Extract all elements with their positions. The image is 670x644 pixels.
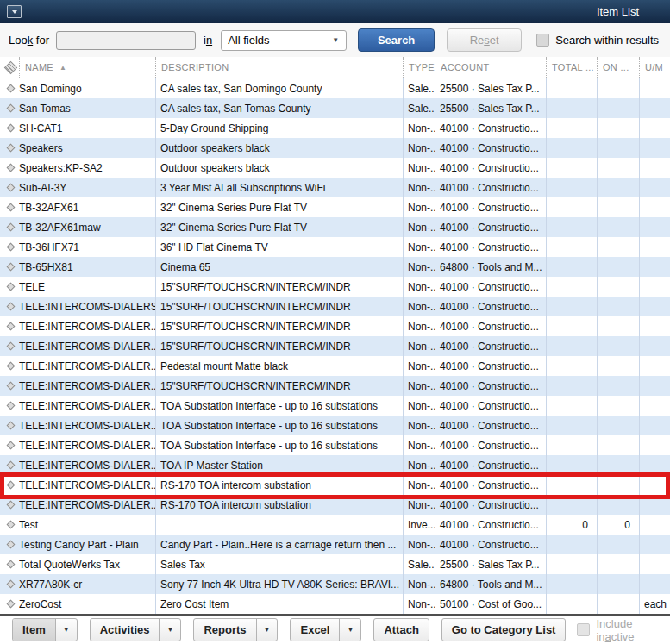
- cell-name-text: Speakers:KP-SA2: [19, 162, 103, 174]
- cell-description: TOA Substation Interface - up to 16 subs…: [155, 396, 403, 416]
- activities-button[interactable]: Activities▼: [90, 618, 182, 641]
- table-row[interactable]: San DomingoCA sales tax, San Domingo Cou…: [0, 78, 670, 98]
- search-input[interactable]: [56, 31, 196, 50]
- cell-name: Test: [19, 515, 155, 535]
- table-row[interactable]: TB-65HX81Cinema 65Non-...64800 · Tools a…: [0, 257, 670, 277]
- cell-description: Pedestal mount Matte black: [155, 356, 403, 376]
- reset-button[interactable]: Reset: [447, 28, 522, 52]
- window-menu-icon[interactable]: [7, 5, 22, 18]
- diamond-icon: [7, 303, 16, 311]
- excel-button[interactable]: Excel▼: [290, 618, 361, 641]
- column-header-on[interactable]: ON ...: [597, 57, 639, 78]
- column-header-description[interactable]: DESCRIPTION: [155, 57, 403, 78]
- table-row[interactable]: ZeroCostZero Cost ItemNon-...50100 · Cos…: [0, 594, 670, 614]
- table-row[interactable]: TELE:INTERCOMS-DIALER...15"SURF/TOUCHSCR…: [0, 376, 670, 396]
- cell-um: [639, 396, 670, 416]
- column-header-name[interactable]: NAME▲: [19, 57, 155, 78]
- column-header-total[interactable]: TOTAL ...: [546, 57, 597, 78]
- cell-description: TOA Substation Interface - up to 16 subs…: [155, 435, 403, 455]
- cell-name: TELE:INTERCOMS-DIALER...: [19, 336, 155, 356]
- chevron-down-icon[interactable]: ▼: [339, 619, 360, 641]
- table-row[interactable]: TELE:INTERCOMS-DIALER...RS-170 TOA inter…: [0, 495, 670, 515]
- cell-description: TOA IP Master Station: [155, 455, 403, 475]
- table-row[interactable]: TELE:INTERCOMS-DIALER...15"SURF/TOUCHSCR…: [0, 336, 670, 356]
- cell-on: [597, 197, 639, 217]
- diamond-icon: [4, 60, 18, 74]
- cell-account-text: 25500 · Sales Tax P...: [435, 559, 540, 571]
- table-row[interactable]: Total QuoteWerks TaxSales TaxSale...2550…: [0, 554, 670, 574]
- cell-name-text: TELE:INTERCOMS-DIALER...: [19, 460, 155, 472]
- table-row[interactable]: TELE:INTERCOMS-DIALER...RS-170 TOA inter…: [0, 475, 670, 495]
- column-header-type[interactable]: TYPE: [403, 57, 435, 78]
- diamond-icon: [7, 441, 16, 450]
- cell-name: TELE:INTERCOMS-DIALER...: [19, 376, 155, 396]
- chevron-down-icon[interactable]: ▼: [256, 619, 278, 641]
- table-row[interactable]: TB-32AFX61maw32" Cinema Series Pure Flat…: [0, 217, 670, 237]
- column-header-label: NAME: [20, 62, 53, 72]
- table-header-row: NAME▲DESCRIPTIONTYPEACCOUNTTOTAL ...ON .…: [0, 57, 670, 78]
- cell-total: [546, 178, 597, 197]
- chevron-down-icon[interactable]: ▼: [159, 619, 180, 641]
- cell-total: [546, 297, 597, 316]
- button-label: Reports: [194, 619, 255, 641]
- table-row[interactable]: TestInve...40100 · Constructio...00: [0, 515, 670, 535]
- item-button[interactable]: Item▼: [12, 618, 78, 641]
- table-row[interactable]: TELE15"SURF/TOUCHSCRN/INTERCM/INDRNon-..…: [0, 277, 670, 297]
- cell-type-text: Non-...: [404, 499, 435, 511]
- cell-name: XR77A80K-cr: [19, 574, 155, 594]
- table-row[interactable]: Testing Candy Part - PlainCandy Part - P…: [0, 535, 670, 554]
- column-header-account[interactable]: ACCOUNT: [435, 57, 546, 78]
- table-row[interactable]: San TomasCA sales tax, San Tomas CountyS…: [0, 98, 670, 118]
- reports-button[interactable]: Reports▼: [193, 618, 278, 641]
- row-diamond-cell: [0, 554, 19, 574]
- cell-total: [546, 98, 597, 118]
- table-row[interactable]: TB-32AFX6132" Cinema Series Pure Flat TV…: [0, 197, 670, 217]
- cell-total: [546, 138, 597, 158]
- table-row[interactable]: TELE:INTERCOMS-DIALERS15"SURF/TOUCHSCRN/…: [0, 297, 670, 316]
- column-header-label: ON ...: [598, 62, 629, 72]
- cell-name: TELE:INTERCOMS-DIALERS: [19, 297, 155, 316]
- attach-button[interactable]: Attach: [373, 618, 429, 641]
- table-row[interactable]: TELE:INTERCOMS-DIALER...TOA IP Master St…: [0, 455, 670, 475]
- search-button[interactable]: Search: [358, 28, 435, 52]
- table-row[interactable]: TELE:INTERCOMS-DIALER...TOA Substation I…: [0, 435, 670, 455]
- table-row[interactable]: TELE:INTERCOMS-DIALER...TOA Substation I…: [0, 396, 670, 416]
- cell-name: TELE:INTERCOMS-DIALER...: [19, 316, 155, 336]
- cell-description-text: CA sales tax, San Domingo County: [156, 83, 322, 95]
- field-dropdown[interactable]: All fields ▼: [221, 30, 347, 51]
- table-row[interactable]: TELE:INTERCOMS-DIALER...TOA Substation I…: [0, 416, 670, 435]
- chevron-down-icon[interactable]: ▼: [55, 619, 77, 641]
- cell-description-text: 32" Cinema Series Pure Flat TV: [156, 222, 307, 234]
- button-label: Go to Category List: [442, 619, 566, 641]
- diamond-icon: [7, 263, 16, 272]
- table-row[interactable]: TB-36HFX7136" HD Flat Cinema TVNon-...40…: [0, 237, 670, 257]
- cell-type: Non-...: [403, 217, 435, 237]
- cell-description: Sales Tax: [155, 554, 403, 574]
- cell-description: 15"SURF/TOUCHSCRN/INTERCM/INDR: [155, 277, 403, 297]
- table-row[interactable]: Speakers:KP-SA2Outdoor speakers blackNon…: [0, 158, 670, 178]
- cell-name-text: XR77A80K-cr: [19, 578, 82, 591]
- table-row[interactable]: XR77A80K-crSony 77 Inch 4K Ultra HD TV A…: [0, 574, 670, 594]
- row-diamond-cell: [0, 356, 19, 376]
- diamond-icon: [7, 461, 16, 470]
- table-row[interactable]: TELE:INTERCOMS-DIALER...15"SURF/TOUCHSCR…: [0, 316, 670, 336]
- cell-type-text: Non-...: [404, 440, 435, 452]
- cell-um: [639, 495, 670, 515]
- cell-type: Non-...: [403, 178, 435, 197]
- cell-total: [546, 197, 597, 217]
- cell-um: [639, 98, 670, 118]
- column-header-um[interactable]: U/M: [639, 57, 670, 78]
- table-row[interactable]: Sub-AI-3Y3 Year Mist AI all Subscription…: [0, 178, 670, 197]
- table-row[interactable]: TELE:INTERCOMS-DIALER...Pedestal mount M…: [0, 356, 670, 376]
- column-header-label: ACCOUNT: [435, 62, 490, 72]
- cell-on: [597, 554, 639, 574]
- row-diamond-cell: [0, 376, 19, 396]
- cell-type: Non-...: [403, 158, 435, 178]
- diamond-column-header[interactable]: [0, 57, 19, 78]
- cell-type-text: Non-...: [404, 301, 435, 313]
- table-row[interactable]: SpeakersOutdoor speakers blackNon-...401…: [0, 138, 670, 158]
- diamond-icon: [7, 342, 16, 351]
- table-row[interactable]: SH-CAT15-Day Ground ShippingNon-...40100…: [0, 118, 670, 138]
- go-to-category-list-button[interactable]: Go to Category List: [441, 618, 567, 641]
- search-within-results-checkbox[interactable]: [536, 34, 549, 47]
